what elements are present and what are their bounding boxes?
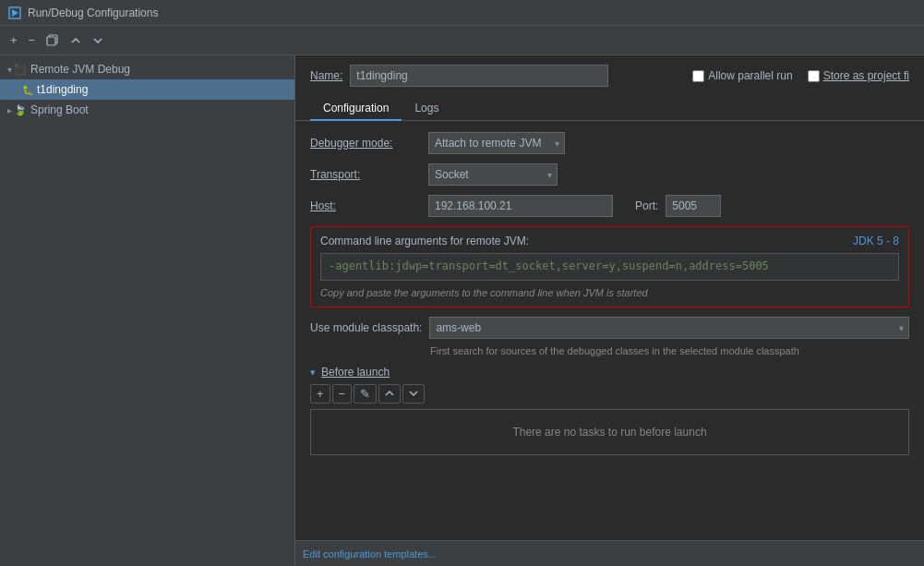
debugger-mode-row: Debugger mode: Attach to remote JVM List… <box>310 132 909 154</box>
move-down-button[interactable] <box>88 32 108 49</box>
cmd-hint: Copy and paste the arguments to the comm… <box>320 287 648 298</box>
sidebar-section: ▾ ⬛ Remote JVM Debug 🐛 t1dingding ▸ 🍃 Sp… <box>0 55 294 124</box>
move-up-button[interactable] <box>66 32 86 49</box>
before-launch-arrow-icon[interactable]: ▾ <box>310 367 316 379</box>
tab-configuration[interactable]: Configuration <box>310 96 402 121</box>
title-bar-text: Run/Debug Configurations <box>28 6 158 19</box>
module-select-wrapper: ams-web ▾ <box>429 317 909 339</box>
before-launch-section: ▾ Before launch + − ✎ There are no tasks… <box>310 366 909 455</box>
add-task-button[interactable]: + <box>310 384 330 403</box>
main-layout: ▾ ⬛ Remote JVM Debug 🐛 t1dingding ▸ 🍃 Sp… <box>0 55 924 566</box>
module-classpath-label: Use module classpath: <box>310 321 422 334</box>
debugger-mode-label: Debugger mode: <box>310 137 421 150</box>
t1dingding-icon: 🐛 <box>22 85 33 95</box>
remote-jvm-debug-icon: ⬛ <box>14 64 27 76</box>
transport-select-wrapper: Socket Shared memory ▾ <box>428 163 558 186</box>
footer-row: Edit configuration templates... <box>295 540 924 566</box>
before-launch-label: Before launch <box>321 366 390 379</box>
sidebar-item-label: t1dingding <box>37 83 88 96</box>
before-launch-header: ▾ Before launch <box>310 366 909 379</box>
title-bar-icon <box>7 6 22 20</box>
remove-config-button[interactable]: − <box>24 30 41 50</box>
transport-label: Transport: <box>310 168 421 181</box>
sidebar: ▾ ⬛ Remote JVM Debug 🐛 t1dingding ▸ 🍃 Sp… <box>0 55 295 566</box>
jdk-link[interactable]: JDK 5 - 8 <box>853 235 899 247</box>
transport-row: Transport: Socket Shared memory ▾ <box>310 163 909 186</box>
port-label: Port: <box>635 199 658 212</box>
remove-task-button[interactable]: − <box>332 384 353 403</box>
tree-arrow-icon: ▾ <box>7 65 12 75</box>
store-as-project-checkbox-item[interactable]: Store as project fi <box>808 69 909 82</box>
port-input[interactable] <box>666 195 721 217</box>
copy-config-button[interactable] <box>42 31 64 50</box>
allow-parallel-checkbox-item[interactable]: Allow parallel run <box>692 69 792 82</box>
svg-marker-1 <box>12 9 18 17</box>
cmd-header-row: Command line arguments for remote JVM: J… <box>320 235 899 247</box>
move-up-task-button[interactable] <box>378 384 401 403</box>
host-input[interactable] <box>428 195 613 217</box>
module-row: Use module classpath: ams-web ▾ <box>310 317 909 339</box>
sidebar-item-t1dingding[interactable]: 🐛 t1dingding <box>0 79 294 100</box>
store-as-project-checkbox[interactable] <box>808 70 820 82</box>
content-area: Name: Allow parallel run Store as projec… <box>295 55 924 566</box>
cmd-value-box: -agentlib:jdwp=transport=dt_socket,serve… <box>320 253 899 281</box>
module-select[interactable]: ams-web <box>429 317 909 339</box>
sidebar-item-remote-jvm-debug[interactable]: ▾ ⬛ Remote JVM Debug <box>0 59 294 79</box>
name-label: Name: <box>310 69 342 82</box>
tabs-row: Configuration Logs <box>295 96 924 121</box>
module-hint: First search for sources of the debugged… <box>430 344 909 358</box>
sidebar-item-spring-boot[interactable]: ▸ 🍃 Spring Boot <box>0 100 294 120</box>
before-launch-empty: There are no tasks to run before launch <box>310 409 909 455</box>
move-down-task-button[interactable] <box>402 384 425 403</box>
cmd-section: Command line arguments for remote JVM: J… <box>310 226 909 307</box>
sidebar-spring-label: Spring Boot <box>30 103 89 116</box>
before-launch-toolbar: + − ✎ <box>310 384 909 403</box>
name-row: Name: Allow parallel run Store as projec… <box>295 55 924 92</box>
store-as-project-label: Store as project fi <box>823 69 909 82</box>
add-config-button[interactable]: + <box>6 30 22 50</box>
sidebar-group-label: Remote JVM Debug <box>30 63 130 76</box>
spring-boot-icon: 🍃 <box>14 104 27 116</box>
edit-task-button[interactable]: ✎ <box>354 384 377 403</box>
transport-select[interactable]: Socket Shared memory <box>428 163 558 186</box>
title-bar: Run/Debug Configurations <box>0 0 924 26</box>
checkbox-group: Allow parallel run Store as project fi <box>692 69 909 82</box>
host-port-row: Host: Port: <box>310 195 909 217</box>
tree-arrow-spring-icon: ▸ <box>7 105 12 115</box>
config-body: Debugger mode: Attach to remote JVM List… <box>295 121 924 466</box>
svg-rect-3 <box>47 37 55 45</box>
debugger-mode-select-wrapper: Attach to remote JVM Listen to remote JV… <box>428 132 565 154</box>
allow-parallel-label: Allow parallel run <box>708 69 792 82</box>
toolbar: + − <box>0 26 924 55</box>
allow-parallel-checkbox[interactable] <box>692 70 704 82</box>
cmd-label: Command line arguments for remote JVM: <box>320 235 529 247</box>
host-label: Host: <box>310 199 421 212</box>
debugger-mode-select[interactable]: Attach to remote JVM Listen to remote JV… <box>428 132 565 154</box>
edit-templates-link[interactable]: Edit configuration templates... <box>303 548 437 560</box>
name-input[interactable] <box>350 65 608 87</box>
tab-logs[interactable]: Logs <box>402 96 451 121</box>
